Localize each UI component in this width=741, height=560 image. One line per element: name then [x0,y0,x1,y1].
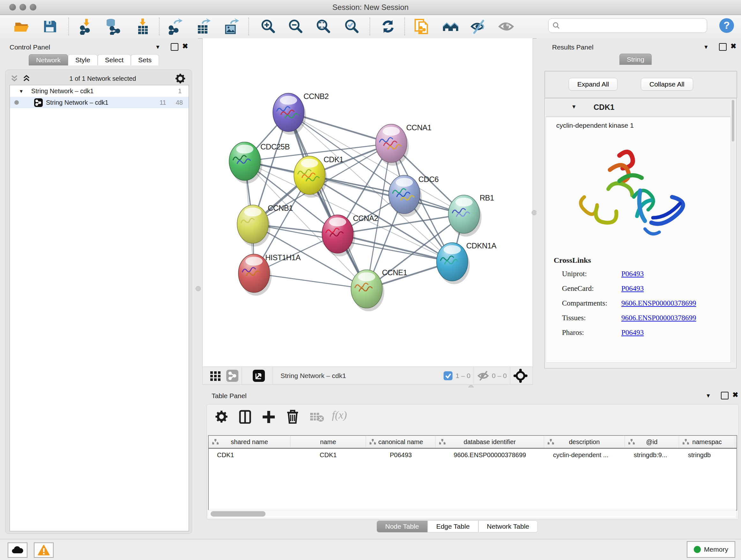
node-CCNE1[interactable]: CCNE1 [351,268,407,311]
node-HIST1H1A[interactable]: HIST1H1A [239,253,300,296]
zoom-out-icon[interactable] [287,18,304,35]
edge-count: 48 [176,99,183,106]
node-CCNB2[interactable]: CCNB2 [273,92,329,135]
warning-button[interactable] [34,543,54,558]
table-body: CDK1CDK1P064939606.ENSP00000378699cyclin… [209,449,737,461]
add-column-icon[interactable] [262,410,276,424]
search-input[interactable] [562,22,707,30]
selected-count-label: 1 – 0 [456,372,471,380]
tab-network[interactable]: Network [29,54,68,65]
hidden-eye-icon[interactable] [477,371,489,381]
network-options-gear-icon[interactable] [175,73,186,84]
tab-select[interactable]: Select [98,54,131,65]
zoom-in-icon[interactable] [260,18,277,35]
export-table-icon[interactable] [195,18,212,35]
search-field[interactable] [548,18,707,33]
node-CCNB1[interactable]: CCNB1 [237,204,293,246]
entry-header[interactable]: ▼ CDK1 [546,99,730,117]
save-session-icon[interactable] [42,18,58,35]
table-row[interactable]: CDK1CDK1P064939606.ENSP00000378699cyclin… [209,449,737,461]
expand-all-button[interactable]: Expand All [569,78,617,91]
node-CDKN1A[interactable]: CDKN1A [436,241,496,284]
left-splitter-handle[interactable] [196,286,201,291]
import-network-database-icon[interactable] [105,18,122,35]
column-header-description[interactable]: description [544,436,625,448]
crosslink-link[interactable]: 9606.ENSP00000378699 [621,314,696,322]
tab-sets[interactable]: Sets [131,54,159,65]
results-panel-close-icon[interactable]: ✖ [731,43,736,50]
crosslink-link[interactable]: P06493 [621,285,644,293]
table-panel-body: f(x) shared namenamecanonical namedataba… [206,404,739,520]
column-header--id[interactable]: @id [625,436,679,448]
crosslink-link[interactable]: P06493 [621,328,644,337]
tab-string[interactable]: String [619,54,652,65]
open-in-browser-icon[interactable] [253,370,265,382]
column-header-database-identifier[interactable]: database identifier [435,436,544,448]
fit-selected-crosshair-icon[interactable] [514,369,528,383]
control-panel-collapse-icon[interactable]: ▼ [155,44,160,51]
zoom-fit-icon[interactable] [315,18,332,35]
table-panel-collapse-icon[interactable]: ▼ [705,393,711,399]
results-panel-collapse-icon[interactable]: ▼ [703,44,709,51]
collapse-all-icon[interactable] [10,74,18,83]
entry-collapse-icon[interactable]: ▼ [571,104,577,110]
node-label-CCNA1: CCNA1 [406,123,431,132]
column-header-namespac[interactable]: namespac [679,436,735,448]
open-session-icon[interactable] [13,18,30,35]
refresh-icon[interactable] [380,18,396,35]
network-tree-child-row[interactable]: String Network – cdk1 11 48 [10,97,189,108]
import-table-file-icon[interactable] [134,18,151,35]
table-gear-icon[interactable] [214,410,228,424]
expand-all-icon[interactable] [22,74,30,83]
table-scrollbar-thumb[interactable] [211,511,266,516]
crosslink-label: Pharos: [562,328,584,337]
export-image-icon[interactable] [223,18,240,35]
table-horizontal-scrollbar[interactable] [208,510,736,518]
network-view-title: String Network – cdk1 [280,372,346,380]
column-header-canonical-name[interactable]: canonical name [366,436,435,448]
network-share-view-icon[interactable] [226,370,239,382]
crosslink-link[interactable]: 9606.ENSP00000378699 [621,299,696,307]
results-panel-float-icon[interactable] [719,43,727,51]
network-canvas[interactable]: CCNB2CCNA1CDC25BCDK1CDC6RB1CCNB1CCNA2CDK… [202,38,533,367]
tab-network-table[interactable]: Network Table [478,520,538,533]
tab-edge-table[interactable]: Edge Table [428,520,478,533]
network-tree-root-row[interactable]: ▼ String Network – cdk1 1 [10,85,189,97]
birdseye-view-icon[interactable] [210,370,221,381]
node-CDC25B[interactable]: CDC25B [229,142,290,184]
export-network-icon[interactable] [168,18,185,35]
help-button[interactable]: ? [719,17,735,34]
show-all-icon[interactable] [498,18,515,35]
tab-style[interactable]: Style [68,54,98,65]
results-scrollbar[interactable] [731,99,735,362]
hide-selected-icon[interactable] [470,18,487,35]
import-network-file-icon[interactable] [78,18,95,35]
column-header-shared-name[interactable]: shared name [209,436,290,448]
crosslink-label: Uniprot: [562,270,587,278]
cloud-button[interactable] [8,543,27,558]
node-table[interactable]: shared namenamecanonical namedatabase id… [208,435,737,510]
tab-node-table[interactable]: Node Table [377,520,428,533]
node-label-CDC6: CDC6 [418,175,439,184]
zoom-selected-icon[interactable] [344,18,360,35]
control-panel-close-icon[interactable]: ✖ [182,43,188,50]
node-CCNA2[interactable]: CCNA2 [322,214,378,256]
tree-expand-icon[interactable]: ▼ [19,88,23,94]
memory-button[interactable]: Memory [687,541,735,558]
delete-column-icon[interactable] [285,409,299,424]
node-CCNA1[interactable]: CCNA1 [376,123,431,166]
collapse-all-button[interactable]: Collapse All [641,78,693,91]
selected-checkbox-icon[interactable] [444,371,453,380]
first-neighbors-icon[interactable] [442,18,459,35]
select-columns-icon[interactable] [238,410,252,424]
table-panel-float-icon[interactable] [721,392,729,399]
string-import-icon[interactable] [414,18,430,35]
right-splitter-handle[interactable] [532,210,537,215]
edge-CCNB2-CCNE1[interactable] [288,112,367,289]
node-CDC6[interactable]: CDC6 [389,175,439,217]
node-RB1[interactable]: RB1 [448,193,494,237]
crosslink-link[interactable]: P06493 [621,270,644,278]
column-header-name[interactable]: name [290,436,366,448]
control-panel-float-icon[interactable] [171,43,179,51]
table-panel-close-icon[interactable]: ✖ [732,392,738,398]
